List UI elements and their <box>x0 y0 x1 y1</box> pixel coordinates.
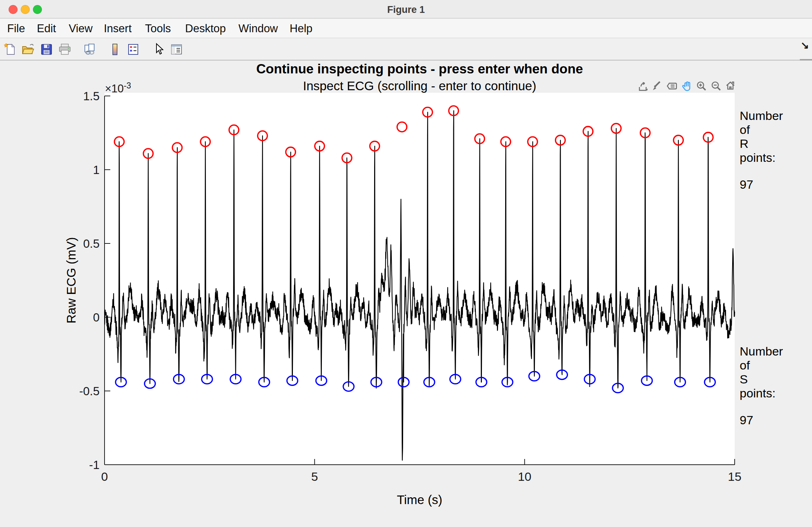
s-points-annotation: Number of S points: 97 <box>740 344 811 427</box>
y-tick-label: -0.5 <box>64 385 100 398</box>
s-points-annotation-label: Number of S points: <box>740 344 811 400</box>
save-figure-button[interactable] <box>39 42 54 57</box>
y-tick-label: 0.5 <box>64 237 100 251</box>
x-tick-label: 0 <box>83 470 126 484</box>
zoom-in-icon[interactable] <box>695 80 707 91</box>
menu-item-file[interactable]: File <box>7 22 25 35</box>
menu-item-edit[interactable]: Edit <box>37 22 56 35</box>
menu-item-help[interactable]: Help <box>290 22 313 35</box>
export-icon[interactable] <box>637 80 648 91</box>
link-plot-button[interactable] <box>83 42 97 57</box>
restore-view-icon[interactable] <box>725 80 736 91</box>
r-points-count: 97 <box>740 178 811 192</box>
new-figure-button[interactable] <box>3 42 17 57</box>
axes-toolbar <box>631 79 736 92</box>
plot-area[interactable] <box>105 93 735 465</box>
window-title: Figure 1 <box>0 4 812 15</box>
r-points-annotation-label: Number of R points: <box>740 109 811 165</box>
print-figure-button[interactable] <box>58 42 72 57</box>
insert-legend-button[interactable] <box>126 42 140 57</box>
menu-bar: FileEditViewInsertToolsDesktopWindowHelp <box>0 19 812 38</box>
menu-item-insert[interactable]: Insert <box>104 22 132 35</box>
brush-icon[interactable] <box>651 80 663 91</box>
figure-toolbar <box>0 38 812 61</box>
menu-item-window[interactable]: Window <box>238 22 278 35</box>
figure-window: { "window": { "title": "Figure 1", "traf… <box>0 0 812 527</box>
y-tick-label: 1 <box>64 163 100 177</box>
x-tick-label: 15 <box>713 470 756 484</box>
edit-plot-button[interactable] <box>151 42 165 57</box>
title-bar: Figure 1 <box>0 0 812 19</box>
x-tick-label: 5 <box>293 470 336 484</box>
menu-item-tools[interactable]: Tools <box>145 22 171 35</box>
menu-item-desktop[interactable]: Desktop <box>185 22 226 35</box>
plot-title: Continue inspecting points - press enter… <box>0 62 812 77</box>
y-axis-exponent-label: ×10-3 <box>105 81 131 95</box>
datatips-icon[interactable] <box>666 80 677 91</box>
zoom-out-icon[interactable] <box>710 80 721 91</box>
plot-browser-button[interactable] <box>169 42 184 57</box>
toolbar-edge-segment <box>800 59 812 61</box>
x-axis-label: Time (s) <box>0 493 812 507</box>
s-points-count: 97 <box>740 413 811 427</box>
r-points-annotation: Number of R points: 97 <box>740 109 811 192</box>
pan-icon[interactable] <box>681 80 692 91</box>
y-tick-label: 0 <box>64 311 100 324</box>
insert-colorbar-button[interactable] <box>108 42 122 57</box>
x-tick-label: 10 <box>503 470 546 484</box>
menu-item-view[interactable]: View <box>69 22 93 35</box>
open-file-button[interactable] <box>21 42 35 57</box>
y-tick-label: 1.5 <box>64 90 100 103</box>
dock-arrow-icon[interactable]: ↘ <box>801 39 809 51</box>
